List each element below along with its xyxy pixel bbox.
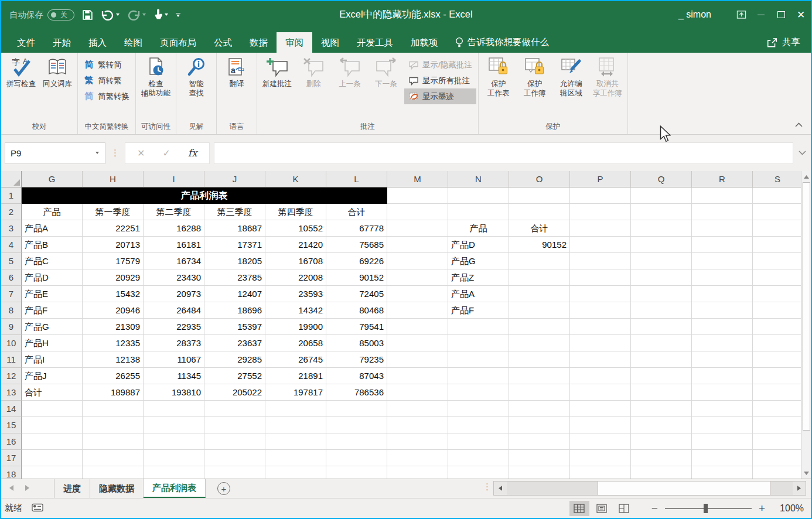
cell-Q14[interactable] [631,401,692,417]
row-header-3[interactable]: 3 [1,220,22,237]
cell-H3[interactable]: 22251 [83,220,144,237]
cell-G13[interactable]: 合计 [22,384,83,401]
cell-R6[interactable] [692,269,753,286]
cell-M1[interactable] [387,187,448,204]
cell-M8[interactable] [387,302,448,319]
row-header-14[interactable]: 14 [1,401,22,417]
cell-S4[interactable] [753,237,803,253]
cell-R16[interactable] [692,433,753,450]
cell-I8[interactable]: 26484 [144,302,204,319]
cell-N10[interactable] [448,335,509,351]
cell-G7[interactable]: 产品E [22,286,83,302]
cell-J2[interactable]: 第三季度 [204,204,265,220]
cell-Q4[interactable] [631,237,692,253]
cell-P16[interactable] [570,433,631,450]
cell-K3[interactable]: 10552 [265,220,326,237]
cell-J12[interactable]: 27552 [204,368,265,384]
cell-N5[interactable]: 产品G [448,253,509,269]
cell-M18[interactable] [387,466,448,479]
col-header-S[interactable]: S [753,171,803,187]
cell-G5[interactable]: 产品C [22,253,83,269]
cell-K8[interactable]: 14342 [265,302,326,319]
cell-G3[interactable]: 产品A [22,220,83,237]
row-header-8[interactable]: 8 [1,302,22,319]
cell-I17[interactable] [144,450,204,466]
autosave-toggle[interactable]: 自动保存 关 [9,9,74,21]
cell-M2[interactable] [387,204,448,220]
cell-Q11[interactable] [631,351,692,368]
cell-H11[interactable]: 12138 [83,351,144,368]
cell-I11[interactable]: 11067 [144,351,204,368]
cell-O2[interactable] [509,204,570,220]
tab-add-ins[interactable]: 加载项 [402,32,447,53]
cell-N3[interactable]: 产品 [448,220,509,237]
row-header-4[interactable]: 4 [1,237,22,253]
cell-S14[interactable] [753,401,803,417]
cell-Q12[interactable] [631,368,692,384]
tab-insert[interactable]: 插入 [80,32,115,53]
cell-H12[interactable]: 26255 [83,368,144,384]
cell-I15[interactable] [144,417,204,433]
cell-J5[interactable]: 18205 [204,253,265,269]
tab-data[interactable]: 数据 [241,32,277,53]
cell-Q16[interactable] [631,433,692,450]
col-header-G[interactable]: G [22,171,83,187]
cell-O10[interactable] [509,335,570,351]
cell-H15[interactable] [83,417,144,433]
cell-L8[interactable]: 80468 [326,302,387,319]
zoom-track[interactable] [665,508,752,509]
col-header-R[interactable]: R [692,171,753,187]
cell-K2[interactable]: 第四季度 [265,204,326,220]
cell-G1-merged-title[interactable]: 产品利润表 [22,187,387,204]
cell-I5[interactable]: 16734 [144,253,204,269]
cell-N11[interactable] [448,351,509,368]
tab-file[interactable]: 文件 [8,32,44,53]
cell-Q10[interactable] [631,335,692,351]
cell-O4[interactable]: 90152 [509,237,570,253]
cell-J7[interactable]: 12407 [204,286,265,302]
horizontal-scrollbar[interactable] [493,481,806,496]
cell-K16[interactable] [265,433,326,450]
cell-N4[interactable]: 产品D [448,237,509,253]
cell-H8[interactable]: 20946 [83,302,144,319]
cell-S6[interactable] [753,269,803,286]
cell-J9[interactable]: 15397 [204,319,265,335]
new-sheet-button[interactable]: + [217,482,230,495]
col-header-J[interactable]: J [204,171,265,187]
cell-R9[interactable] [692,319,753,335]
cell-R15[interactable] [692,417,753,433]
cell-H17[interactable] [83,450,144,466]
cell-R2[interactable] [692,204,753,220]
cell-N1[interactable] [448,187,509,204]
vertical-scrollbar[interactable] [801,171,811,479]
cell-R12[interactable] [692,368,753,384]
cell-M3[interactable] [387,220,448,237]
row-header-6[interactable]: 6 [1,269,22,286]
cell-Q2[interactable] [631,204,692,220]
row-header-11[interactable]: 11 [1,351,22,368]
cell-M17[interactable] [387,450,448,466]
simp-to-trad-button[interactable]: 繁 简转繁 [80,73,134,88]
protect-sheet-button[interactable]: 保护 工作表 [480,54,517,98]
cell-S1[interactable] [753,187,803,204]
cell-P17[interactable] [570,450,631,466]
cell-G4[interactable]: 产品B [22,237,83,253]
cell-P2[interactable] [570,204,631,220]
expand-formula-bar-button[interactable] [793,151,811,155]
tab-review[interactable]: 审阅 [277,32,312,53]
cell-S18[interactable] [753,466,803,479]
cell-Q3[interactable] [631,220,692,237]
cell-S5[interactable] [753,253,803,269]
cell-P3[interactable] [570,220,631,237]
check-accessibility-button[interactable]: 检查 辅助功能 [138,54,174,98]
cell-N13[interactable] [448,384,509,401]
cell-L4[interactable]: 75685 [326,237,387,253]
cell-S11[interactable] [753,351,803,368]
cell-G17[interactable] [22,450,83,466]
cell-S8[interactable] [753,302,803,319]
cell-S7[interactable] [753,286,803,302]
cell-K10[interactable]: 20658 [265,335,326,351]
cell-S17[interactable] [753,450,803,466]
cell-L11[interactable]: 79235 [326,351,387,368]
col-header-O[interactable]: O [509,171,570,187]
